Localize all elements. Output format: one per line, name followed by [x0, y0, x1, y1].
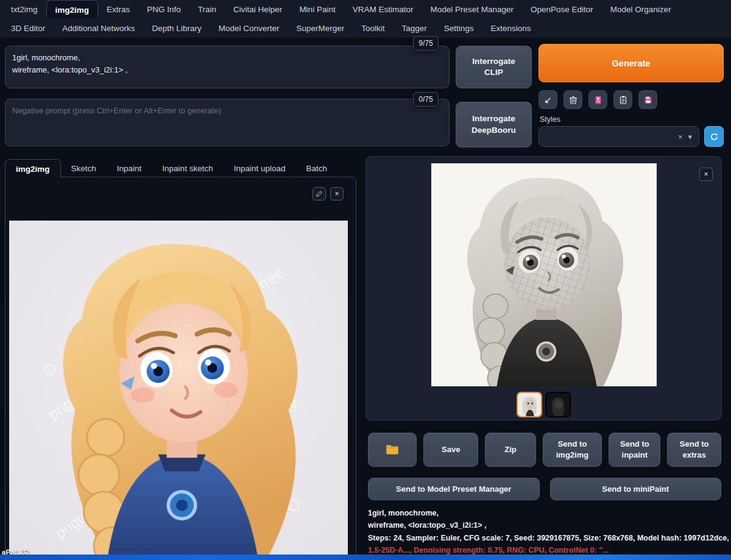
thumbnail-1-art	[518, 393, 541, 416]
tab-inpaint[interactable]: Inpaint	[107, 159, 152, 177]
clipboard-icon	[618, 95, 628, 105]
generation-info-line: wireframe, <lora:topo_v3_i2i:1> ,	[368, 519, 729, 531]
nav-tab-extensions[interactable]: Extensions	[482, 19, 540, 38]
nav-tab-3d-editor[interactable]: 3D Editor	[2, 19, 54, 38]
output-gallery-panel: ×	[366, 156, 722, 420]
nav-tab-additional-networks[interactable]: Additional Networks	[54, 19, 143, 38]
windows-taskbar	[0, 555, 731, 560]
refresh-styles-button[interactable]	[704, 126, 724, 147]
source-image-tools: ×	[313, 187, 344, 200]
nav-tab-toolkit[interactable]: Toolkit	[353, 19, 393, 38]
nav-tab-vram-estimator[interactable]: VRAM Estimator	[344, 0, 422, 19]
tab-img2img[interactable]: img2img	[5, 159, 61, 178]
nav-tab-model-converter[interactable]: Model Converter	[210, 19, 288, 38]
nav-tab-img2img[interactable]: img2img	[46, 0, 99, 19]
gallery-thumbnails	[366, 392, 721, 417]
clear-prompt-button[interactable]	[563, 90, 582, 109]
zip-button[interactable]: Zip	[485, 433, 535, 467]
nav-tab-tagger[interactable]: Tagger	[394, 19, 436, 38]
nav-tab-model-preset-manager[interactable]: Model Preset Manager	[422, 0, 522, 19]
nav-row-1: txt2img img2img Extras PNG Info Train Ci…	[0, 0, 731, 19]
generate-button[interactable]: Generate	[539, 44, 724, 82]
source-image[interactable]: pngtree pngtree pngtree pngtree	[9, 221, 348, 559]
thumbnail-2[interactable]	[545, 392, 571, 417]
send-to-img2img-button[interactable]: Send to img2img	[543, 433, 602, 467]
negative-prompt-input[interactable]	[5, 99, 450, 146]
negative-token-counter: 0/75	[413, 92, 439, 107]
send-to-extras-button[interactable]: Send to extras	[667, 433, 721, 467]
chevron-down-icon[interactable]: ▾	[688, 132, 692, 141]
generation-info: 1girl, monochrome, wireframe, <lora:topo…	[368, 507, 729, 556]
img2img-source-panel: ×	[5, 177, 356, 560]
source-image-art: pngtree pngtree pngtree pngtree	[9, 221, 348, 559]
tab-sketch[interactable]: Sketch	[61, 159, 107, 177]
thumbnail-2-art	[546, 393, 570, 416]
nav-tab-train[interactable]: Train	[189, 0, 225, 19]
close-gallery-button[interactable]: ×	[699, 168, 713, 181]
interrogate-clip-button[interactable]: Interrogate CLIP	[456, 46, 532, 88]
remove-image-button[interactable]: ×	[330, 187, 344, 200]
send-to-inpaint-button[interactable]: Send to inpaint	[609, 433, 660, 467]
paste-generation-params-button[interactable]: ↙	[539, 90, 557, 109]
styles-label: Styles	[540, 115, 560, 124]
nav-tab-txt2img[interactable]: txt2img	[2, 0, 46, 19]
generated-image	[431, 163, 657, 386]
floppy-disk-icon	[643, 95, 653, 105]
send-to-model-preset-manager-button[interactable]: Send to Model Preset Manager	[368, 478, 540, 500]
generated-image-art	[431, 163, 657, 386]
folder-icon	[384, 442, 400, 458]
nav-tab-png-info[interactable]: PNG Info	[138, 0, 189, 19]
output-actions-row-2: Send to Model Preset Manager Send to min…	[368, 478, 721, 500]
send-to-minipaint-button[interactable]: Send to miniPaint	[550, 478, 722, 500]
nav-tab-depth-library[interactable]: Depth Library	[144, 19, 210, 38]
tab-inpaint-upload[interactable]: Inpaint upload	[224, 159, 296, 177]
save-button[interactable]: Save	[423, 433, 478, 467]
top-navigation: txt2img img2img Extras PNG Info Train Ci…	[0, 0, 731, 38]
nav-tab-settings[interactable]: Settings	[436, 19, 482, 38]
nav-tab-extras[interactable]: Extras	[98, 0, 138, 19]
positive-prompt-input[interactable]: 1girl, monochrome, wireframe, <lora:topo…	[5, 46, 450, 88]
extra-networks-button[interactable]	[588, 90, 607, 109]
positive-token-counter: 9/75	[413, 36, 439, 51]
tab-inpaint-sketch[interactable]: Inpaint sketch	[152, 159, 223, 177]
close-icon: ×	[334, 190, 339, 198]
arrow-down-left-icon: ↙	[544, 94, 552, 105]
generation-info-line: 1girl, monochrome,	[368, 507, 729, 519]
trash-icon	[568, 95, 578, 105]
card-icon	[593, 95, 603, 105]
clear-styles-icon[interactable]: ×	[678, 132, 683, 141]
nav-row-2: 3D Editor Additional Networks Depth Libr…	[0, 19, 731, 38]
styles-dropdown[interactable]: × ▾	[539, 126, 699, 147]
save-style-button[interactable]	[638, 90, 657, 109]
apply-style-button[interactable]	[613, 90, 632, 109]
img2img-mode-tabs: img2img Sketch Inpaint Inpaint sketch In…	[5, 159, 337, 177]
refresh-icon	[710, 132, 719, 141]
nav-tab-civitai-helper[interactable]: Civitai Helper	[225, 0, 291, 19]
nav-tab-openpose-editor[interactable]: OpenPose Editor	[522, 0, 602, 19]
pencil-icon	[316, 190, 323, 197]
nav-tab-model-organizer[interactable]: Model Organizer	[602, 0, 680, 19]
prompt-tool-row: ↙	[539, 90, 657, 109]
tab-batch[interactable]: Batch	[295, 159, 337, 177]
close-icon: ×	[704, 170, 708, 179]
interrogate-deepbooru-button[interactable]: Interrogate DeepBooru	[456, 102, 532, 147]
edit-image-button[interactable]	[313, 187, 326, 200]
nav-tab-mini-paint[interactable]: Mini Paint	[291, 0, 344, 19]
generation-info-line: Steps: 24, Sampler: Euler, CFG scale: 7,…	[368, 532, 729, 544]
output-actions-row-1: Save Zip Send to img2img Send to inpaint…	[368, 433, 721, 467]
open-folder-button[interactable]	[368, 433, 417, 467]
nav-tab-supermerger[interactable]: SuperMerger	[288, 19, 353, 38]
thumbnail-1[interactable]	[517, 392, 542, 417]
